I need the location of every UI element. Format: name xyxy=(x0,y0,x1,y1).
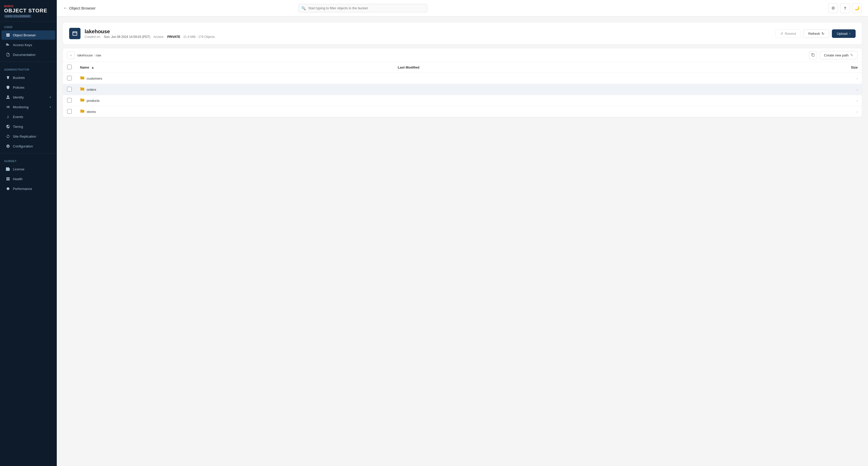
table-row: customers - xyxy=(63,73,862,84)
back-to-object-browser[interactable]: ← Object Browser xyxy=(63,5,96,11)
row-checkbox-orders[interactable] xyxy=(67,87,72,92)
theme-toggle-button[interactable]: 🌙 xyxy=(852,3,862,13)
bucket-stats: 21.9 MiB - 179 Objects xyxy=(183,35,215,39)
row-name-customers[interactable]: customers xyxy=(76,73,394,84)
row-checkbox-customers[interactable] xyxy=(67,76,72,80)
topbar-back-label: Object Browser xyxy=(69,6,96,10)
sidebar: MINIO OBJECT STORE AGPL V3 LICENSE User … xyxy=(0,0,57,466)
svg-rect-5 xyxy=(8,177,9,178)
refresh-button[interactable]: Refresh ↻ xyxy=(804,29,830,38)
row-name-label-customers: customers xyxy=(87,76,102,80)
svg-point-8 xyxy=(7,188,9,190)
svg-rect-7 xyxy=(8,179,9,180)
created-date: Sun, Jun 09 2024 14:59:03 (PDT) xyxy=(104,35,150,39)
upload-button[interactable]: Upload ↑ xyxy=(832,29,856,38)
theme-icon: 🌙 xyxy=(854,6,860,10)
copy-icon xyxy=(811,53,815,58)
sidebar-item-documentation[interactable]: Documentation xyxy=(2,50,55,59)
row-name-orders[interactable]: orders xyxy=(76,84,394,95)
row-size-stores: - xyxy=(706,106,862,117)
header-checkbox-col xyxy=(63,62,76,73)
svg-rect-0 xyxy=(6,34,8,35)
sidebar-label-health: Health xyxy=(13,177,23,181)
rewind-button[interactable]: ↺ Rewind xyxy=(775,29,801,38)
sidebar-label-documentation: Documentation xyxy=(13,53,35,57)
sidebar-label-events: Events xyxy=(13,115,23,119)
sidebar-label-access-keys: Access Keys xyxy=(13,43,32,47)
performance-icon xyxy=(6,186,10,191)
breadcrumb-back-button[interactable]: ‹ xyxy=(67,51,75,59)
sidebar-item-license[interactable]: License xyxy=(2,164,55,174)
access-label: Access: xyxy=(153,35,164,39)
table-header-row: Name ▲ Last Modified Size xyxy=(63,62,862,73)
create-path-label: Create new path xyxy=(824,53,849,57)
bucket-header-card: lakehouse Created on: Sun, Jun 09 2024 1… xyxy=(63,23,862,44)
file-table: Name ▲ Last Modified Size c xyxy=(63,62,862,117)
sidebar-item-identity[interactable]: Identity ▾ xyxy=(2,93,55,102)
table-row: products - xyxy=(63,95,862,106)
bucket-name: lakehouse xyxy=(85,29,771,35)
sidebar-section-subnet: Subnet xyxy=(0,156,57,164)
file-browser-toolbar: ‹ lakehouse / raw Create new path ✎ xyxy=(63,48,862,62)
bucket-info: lakehouse Created on: Sun, Jun 09 2024 1… xyxy=(85,29,771,39)
logo-title: OBJECT STORE xyxy=(4,8,53,13)
svg-rect-3 xyxy=(8,35,9,37)
row-name-products[interactable]: products xyxy=(76,95,394,106)
row-checkbox-cell xyxy=(63,73,76,84)
sidebar-item-health[interactable]: Health xyxy=(2,174,55,184)
row-checkbox-stores[interactable] xyxy=(67,109,72,114)
breadcrumb-sep-1: / xyxy=(94,53,95,57)
monitoring-chevron-icon: ▾ xyxy=(50,105,51,109)
help-icon: ? xyxy=(844,6,846,10)
content-area: lakehouse Created on: Sun, Jun 09 2024 1… xyxy=(57,16,868,466)
sidebar-item-events[interactable]: λ Events xyxy=(2,112,55,122)
sidebar-item-object-browser[interactable]: Object Browser xyxy=(2,30,55,40)
sidebar-item-site-replication[interactable]: Site Replication xyxy=(2,132,55,141)
copy-path-button[interactable] xyxy=(809,51,817,59)
sidebar-item-tiering[interactable]: Tiering xyxy=(2,122,55,131)
sidebar-item-policies[interactable]: Policies xyxy=(2,83,55,92)
configuration-icon xyxy=(6,144,10,148)
sidebar-label-identity: Identity xyxy=(13,95,24,99)
select-all-checkbox[interactable] xyxy=(67,65,72,69)
create-path-button[interactable]: Create new path ✎ xyxy=(820,51,858,59)
row-modified-orders xyxy=(394,84,706,95)
sidebar-divider-admin xyxy=(0,62,57,62)
row-size-customers: - xyxy=(706,73,862,84)
settings-icon: ⚙ xyxy=(831,6,835,10)
sidebar-label-buckets: Buckets xyxy=(13,76,25,80)
site-replication-icon xyxy=(6,134,10,139)
sidebar-item-performance[interactable]: Performance xyxy=(2,184,55,193)
header-size: Size xyxy=(706,62,862,73)
row-checkbox-cell xyxy=(63,106,76,117)
search-input[interactable] xyxy=(298,4,427,12)
help-button[interactable]: ? xyxy=(840,3,850,13)
access-value: PRIVATE xyxy=(167,35,180,39)
row-checkbox-products[interactable] xyxy=(67,98,72,103)
row-name-label-orders: orders xyxy=(87,88,96,92)
search-icon: 🔍 xyxy=(301,6,306,10)
sidebar-label-tiering: Tiering xyxy=(13,125,23,129)
back-arrow-icon: ← xyxy=(63,5,68,11)
sidebar-item-configuration[interactable]: Configuration xyxy=(2,141,55,151)
documentation-icon xyxy=(6,52,10,57)
health-icon xyxy=(6,176,10,181)
sidebar-item-buckets[interactable]: Buckets xyxy=(2,73,55,82)
folder-icon-stores xyxy=(80,109,85,114)
bucket-icon xyxy=(69,28,81,39)
sidebar-item-monitoring[interactable]: Monitoring ▾ xyxy=(2,102,55,111)
identity-chevron-icon: ▾ xyxy=(50,96,51,99)
sidebar-item-access-keys[interactable]: Access Keys xyxy=(2,40,55,49)
refresh-icon: ↻ xyxy=(822,32,825,36)
settings-button[interactable]: ⚙ xyxy=(828,3,838,13)
events-icon: λ xyxy=(6,114,10,119)
back-folder-icon: ‹ xyxy=(70,53,72,57)
logo-license: AGPL V3 LICENSE xyxy=(4,15,31,18)
access-keys-icon xyxy=(6,42,10,47)
row-checkbox-cell xyxy=(63,84,76,95)
sort-asc-icon: ▲ xyxy=(91,65,94,69)
create-path-icon: ✎ xyxy=(850,53,853,57)
file-browser: ‹ lakehouse / raw Create new path ✎ xyxy=(63,48,862,117)
row-name-stores[interactable]: stores xyxy=(76,106,394,117)
sidebar-label-policies: Policies xyxy=(13,86,25,90)
